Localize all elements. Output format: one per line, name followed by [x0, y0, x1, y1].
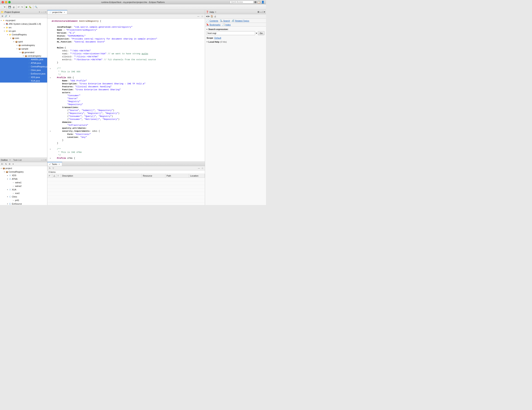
help-tab-close-indicator[interactable]: ✕	[215, 11, 217, 13]
fold-btn-20[interactable]: ⊖	[49, 77, 52, 79]
toolbar-icon-2[interactable]: 📋	[257, 0, 260, 4]
help-tb-icon1[interactable]: ⊞	[257, 11, 259, 13]
editor-tab-project-ihe[interactable]: 📄 project.ihe ✕	[47, 10, 67, 14]
tree-item-allabbs[interactable]: J AllABBs.java	[0, 58, 47, 61]
tree-item-jre-lib[interactable]: ▸ 📚 JRE System Library [JavaSE-1.8]	[0, 22, 47, 26]
toolbar-undo-button[interactable]: ↩	[17, 5, 20, 9]
tasks-col-priority-down[interactable]: !	[57, 174, 61, 177]
tasks-col-location[interactable]: Location	[189, 174, 205, 177]
tree-item-src-gen[interactable]: ▾ 📁 src-gen	[0, 29, 47, 33]
help-go-button[interactable]: Go	[258, 31, 265, 35]
project-explorer-maximize-icon[interactable]: □	[44, 11, 45, 13]
help-back-button[interactable]: ◀	[206, 15, 207, 18]
tree-arrow[interactable]: ▾	[0, 20, 2, 21]
help-home-button[interactable]: 🏠	[210, 15, 213, 18]
outline-item-atna[interactable]: ▾ A ATNA	[0, 177, 47, 181]
tasks-toolbar-maximize-button[interactable]: □	[201, 167, 204, 170]
tasks-col-check[interactable]: ✓	[47, 174, 52, 177]
tree-arrow-sample[interactable]: ▾	[16, 48, 18, 50]
tree-item-clinic-java[interactable]: J Clinic.java	[0, 68, 47, 72]
fold-btn-44[interactable]: ⊖	[49, 148, 52, 151]
outline-item-xua1[interactable]: ▪ xua1	[0, 191, 47, 195]
tree-item-atna[interactable]: J ATNA.java	[0, 61, 47, 65]
tree-arrow-jre[interactable]: ▸	[3, 23, 6, 25]
tree-item-centralregistry-leaf[interactable]: ▾ 📦 centralregistry	[0, 54, 47, 58]
tree-item-spirit[interactable]: ▾ 📦 spirit	[0, 40, 47, 43]
help-contents-link[interactable]: 📄 Contents	[206, 19, 218, 22]
toolbar-print-button[interactable]: 🖨	[12, 5, 15, 9]
outline-item-centralregistry[interactable]: ▾ 📦 CentralRegistry	[0, 170, 47, 174]
toolbar-debug-button[interactable]: 🐛	[28, 5, 32, 9]
tree-arrow-crpkg[interactable]: ▾	[16, 44, 18, 46]
tasks-col-description[interactable]: Description	[61, 174, 142, 177]
outline-item-satna2[interactable]: ▪ satna2	[0, 184, 47, 188]
maximize-button[interactable]	[8, 1, 11, 3]
help-print-button[interactable]: 🖨	[214, 15, 216, 18]
fold-btn-47[interactable]: ⊖	[49, 157, 52, 160]
window-controls[interactable]	[1, 1, 11, 3]
outline-item-extsource[interactable]: ▾ E ExtSource	[0, 202, 47, 205]
outline-item-satna1[interactable]: ▪ satna1	[0, 181, 47, 184]
project-explorer-close-icon[interactable]: ✕	[39, 11, 40, 13]
help-forward-button[interactable]: ▶	[208, 15, 210, 18]
outline-menu-icon[interactable]: ▾	[45, 159, 46, 161]
toolbar-search-button[interactable]: 🔍	[34, 5, 38, 9]
tree-arrow-com[interactable]: ▾	[10, 37, 12, 39]
tree-item-com[interactable]: ▾ 📦 com	[0, 36, 47, 40]
toolbar-save-button[interactable]: 💾	[8, 5, 12, 9]
tree-item-extsource-java[interactable]: J ExtSource.java	[0, 72, 47, 76]
outline-maximize-icon[interactable]: □	[44, 159, 45, 161]
outline-item-prtl1[interactable]: ▪ prtl1	[0, 198, 47, 202]
help-results-header[interactable]: ▾ Local Help (0 hits)	[207, 41, 265, 43]
editor-toolbar-maximize-button[interactable]: □	[200, 15, 204, 18]
quick-access-input[interactable]: Quick Access	[230, 0, 254, 4]
tasks-col-path[interactable]: Path	[165, 174, 189, 177]
help-index-link[interactable]: 📑 Index	[222, 23, 231, 26]
tree-arrow-src[interactable]: ▸	[3, 27, 6, 29]
tree-item-centralregistry-top[interactable]: ▾ 📁 CentralRegistry	[0, 33, 47, 36]
help-bookmarks-link[interactable]: 🔖 Bookmarks	[206, 23, 220, 26]
outline-sort-alpha-button[interactable]: A↑	[1, 163, 4, 166]
tree-item-generated[interactable]: ▾ 📦 generated	[0, 50, 47, 54]
tree-item-xds-java[interactable]: J XDS.java	[0, 76, 47, 79]
project-explorer-minimize-icon[interactable]: —	[41, 11, 43, 13]
tree-arrow-gen[interactable]: ▾	[19, 51, 21, 53]
link-editor-button[interactable]: 🔗	[4, 15, 8, 18]
tree-item-xua-java[interactable]: J XUA.java	[0, 79, 47, 83]
project-explorer-menu-icon[interactable]: ▾	[45, 11, 46, 13]
fold-btn-38[interactable]: ⊖	[49, 130, 52, 133]
outline-item-clinic[interactable]: ▾ C Clinic	[0, 195, 47, 198]
tasks-col-priority-up[interactable]: △	[52, 174, 57, 177]
close-button[interactable]	[1, 1, 4, 3]
editor-tab-close-icon[interactable]: ✕	[63, 11, 66, 13]
help-search-dropdown-icon[interactable]: ▾	[256, 32, 257, 35]
tree-arrow-crl[interactable]: ▾	[22, 55, 24, 57]
tasks-tab-close-icon[interactable]: ✕	[58, 163, 60, 165]
toolbar-icon-3[interactable]: 👤	[261, 0, 265, 4]
tree-arrow-srcgen[interactable]: ▾	[3, 30, 6, 32]
help-tb-icon4[interactable]: ▾	[264, 11, 265, 13]
task-list-title[interactable]: Task List	[13, 159, 22, 161]
outline-sort-type-button[interactable]: ⇅	[4, 163, 8, 166]
editor-toolbar-minimize-button[interactable]: —	[197, 15, 200, 18]
toolbar-run-button[interactable]: ▶	[25, 5, 28, 9]
collapse-all-button[interactable]: ⊞	[1, 15, 4, 18]
help-tb-icon2[interactable]: —	[260, 11, 262, 13]
toolbar-icon-1[interactable]: ⊞	[254, 0, 256, 4]
help-search-link[interactable]: 🔍 Search	[220, 19, 230, 22]
toolbar-new-button[interactable]: 📄▾	[1, 5, 6, 9]
toolbar-menu-button[interactable]: ▾	[8, 15, 11, 18]
tasks-col-resource[interactable]: Resource	[142, 174, 165, 177]
outline-item-xua[interactable]: ▾ X XUA	[0, 188, 47, 191]
tree-item-sample[interactable]: ▾ 📦 sample	[0, 47, 47, 50]
tree-item-centralregistry-pkg[interactable]: ▾ 📦 centralregistry	[0, 43, 47, 47]
outline-item-xds[interactable]: ▸ X XDS	[0, 174, 47, 177]
tree-item-centralreg-java[interactable]: J CentralRegistry.ja...	[0, 65, 47, 68]
tasks-toolbar-minimize-button[interactable]: —	[197, 167, 200, 170]
tasks-filter-button[interactable]: ▽	[52, 167, 55, 170]
toolbar-redo-button[interactable]: ↪	[20, 5, 23, 9]
minimize-button[interactable]	[5, 1, 7, 3]
outline-close-icon[interactable]: ✕	[9, 159, 11, 161]
tree-item-src[interactable]: ▸ 📁 src	[0, 26, 47, 29]
help-related-topics-link[interactable]: 🔗 Related Topics	[232, 19, 249, 22]
